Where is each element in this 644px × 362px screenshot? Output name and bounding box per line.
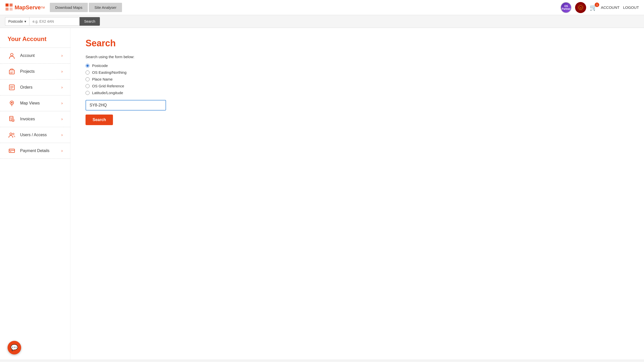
projects-icon [8, 67, 16, 76]
search-submit-button[interactable]: Search [86, 115, 113, 125]
site-analyser-button[interactable]: Site Analyser [89, 3, 122, 12]
sidebar-title: Your Account [0, 35, 70, 48]
sidebar-item-projects[interactable]: Projects › [0, 63, 70, 79]
radio-latlng-input[interactable] [86, 91, 90, 95]
header-right: OSPartner HI 🛒 1 ACCOUNT LOGOUT [560, 2, 639, 13]
map-views-icon [8, 99, 16, 107]
map-views-chevron-icon: › [61, 101, 63, 105]
svg-rect-1 [10, 4, 13, 7]
logo-tm: TM [41, 6, 45, 9]
location-search-input[interactable] [29, 17, 79, 26]
sidebar-orders-label: Orders [20, 85, 61, 90]
radio-postcode[interactable]: Postcode [86, 63, 629, 68]
sidebar-payment-label: Payment Details [20, 149, 61, 153]
radio-gridref-input[interactable] [86, 84, 90, 88]
radio-placename[interactable]: Place Name [86, 77, 629, 81]
os-partner-badge: OSPartner [560, 2, 572, 13]
orders-chevron-icon: › [61, 85, 63, 90]
invoices-icon [8, 115, 16, 123]
payment-chevron-icon: › [61, 149, 63, 153]
users-icon [8, 131, 16, 139]
download-maps-button[interactable]: Download Maps [50, 3, 88, 12]
svg-rect-0 [6, 4, 9, 7]
projects-chevron-icon: › [61, 69, 63, 74]
logo-icon [5, 3, 13, 12]
radio-postcode-label: Postcode [92, 63, 108, 68]
radio-placename-input[interactable] [86, 77, 90, 81]
sidebar-item-payment[interactable]: Payment Details › [0, 143, 70, 159]
sidebar-item-map-views[interactable]: Map Views › [0, 95, 70, 111]
page-title: Search [86, 38, 629, 49]
postcode-dropdown[interactable]: Postcode ▾ [5, 17, 29, 26]
svg-text:HI: HI [580, 7, 582, 9]
radio-gridref[interactable]: OS Grid Reference [86, 84, 629, 88]
radio-placename-label: Place Name [92, 77, 113, 81]
redcrest-badge: HI [575, 2, 586, 13]
sidebar-map-views-label: Map Views [20, 101, 61, 105]
radio-easting-label: OS Easting/Northing [92, 70, 127, 75]
search-text-input[interactable] [86, 100, 166, 111]
main-container: Your Account Account › Projects [0, 28, 644, 360]
logo-text: MapServe [15, 4, 41, 11]
users-chevron-icon: › [61, 133, 63, 137]
svg-point-11 [11, 102, 13, 103]
sidebar: Your Account Account › Projects [0, 28, 70, 360]
sidebar-invoices-label: Invoices [20, 117, 61, 121]
svg-point-15 [13, 133, 14, 135]
account-icon [8, 51, 16, 60]
account-chevron-icon: › [61, 53, 63, 58]
svg-rect-17 [10, 151, 11, 152]
svg-rect-2 [6, 8, 9, 11]
sidebar-item-users-access[interactable]: Users / Access › [0, 127, 70, 143]
postcode-dropdown-label: Postcode [8, 19, 23, 23]
sidebar-item-account[interactable]: Account › [0, 48, 70, 63]
radio-latlng[interactable]: Latitude/Longitude [86, 91, 629, 95]
footer-preview: Latest Find your map MapServeTM [0, 360, 644, 362]
sidebar-projects-label: Projects [20, 69, 61, 74]
location-search-button[interactable]: Search [79, 17, 100, 26]
radio-easting[interactable]: OS Easting/Northing [86, 70, 629, 75]
payment-icon [8, 147, 16, 155]
search-bar: Postcode ▾ Search [0, 15, 644, 28]
chat-button[interactable]: 💬 [8, 341, 21, 354]
svg-point-14 [10, 133, 12, 135]
svg-point-7 [11, 53, 13, 56]
cart-count: 1 [595, 3, 599, 7]
sidebar-account-label: Account [20, 53, 61, 58]
account-link[interactable]: ACCOUNT [601, 5, 619, 10]
chat-icon: 💬 [11, 344, 18, 351]
logout-link[interactable]: LOGOUT [623, 5, 639, 10]
header: MapServeTM Download Maps Site Analyser O… [0, 0, 644, 15]
invoices-chevron-icon: › [61, 117, 63, 121]
svg-rect-16 [9, 149, 15, 153]
sidebar-item-invoices[interactable]: Invoices › [0, 111, 70, 127]
dropdown-chevron-icon: ▾ [24, 19, 26, 23]
main-content: Search Search using the form below: Post… [70, 28, 644, 360]
orders-icon [8, 83, 16, 92]
radio-postcode-input[interactable] [86, 64, 90, 68]
svg-rect-3 [10, 8, 13, 11]
search-type-radio-group: Postcode OS Easting/Northing Place Name … [86, 63, 629, 95]
logo[interactable]: MapServeTM [5, 3, 45, 12]
search-instruction: Search using the form below: [86, 55, 629, 59]
sidebar-item-orders[interactable]: Orders › [0, 79, 70, 95]
sidebar-users-label: Users / Access [20, 133, 61, 137]
radio-latlng-label: Latitude/Longitude [92, 91, 123, 95]
radio-easting-input[interactable] [86, 70, 90, 75]
cart-area[interactable]: 🛒 1 [590, 4, 597, 11]
radio-gridref-label: OS Grid Reference [92, 84, 124, 88]
